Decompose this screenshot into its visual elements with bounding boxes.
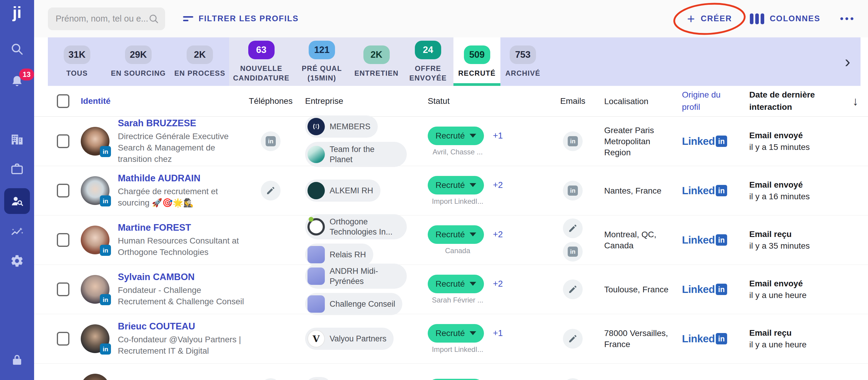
company-pill[interactable]: Relais RH: [305, 243, 373, 266]
linkedin-logo: Linked in: [682, 234, 746, 246]
status-extra-count[interactable]: +1: [493, 131, 503, 141]
tab-count-badge: 753: [510, 46, 536, 64]
person-search-icon: [10, 194, 24, 208]
caret-down-icon: [470, 183, 476, 187]
header-origin[interactable]: Origine du profil: [682, 89, 727, 113]
status-extra-count[interactable]: +2: [493, 279, 503, 289]
status-dropdown[interactable]: Recruté: [428, 324, 484, 343]
company-logo-orthogone: [308, 218, 325, 235]
edit-icon[interactable]: [563, 280, 583, 299]
candidate-name[interactable]: Sarah BRUZZESE: [118, 118, 246, 129]
sidebar-item-candidates-active[interactable]: [4, 188, 30, 214]
status-dropdown[interactable]: Recruté: [428, 176, 484, 195]
header-last-interaction[interactable]: Date de dernière interaction: [749, 89, 827, 113]
tab-archive[interactable]: 753 ARCHIVÉ: [500, 37, 545, 86]
edit-icon[interactable]: [261, 181, 281, 201]
jobs-icon[interactable]: [10, 162, 24, 176]
tab-offre-envoyee[interactable]: 24 OFFRE ENVOYÉE: [403, 37, 454, 86]
filter-profiles-button[interactable]: FILTRER LES PROFILS: [183, 14, 299, 23]
status-dropdown[interactable]: Recruté: [428, 379, 484, 380]
interaction-time: il y a 15 minutes: [749, 142, 845, 152]
candidate-name[interactable]: Sylvain CAMBON: [118, 272, 246, 283]
linkedin-grey-icon[interactable]: in: [563, 181, 583, 201]
columns-button[interactable]: COLONNES: [750, 13, 820, 24]
analytics-icon[interactable]: [10, 225, 24, 239]
tab-tous[interactable]: 31K TOUS: [48, 37, 106, 86]
company-pill[interactable]: Orthogone Technologies In...: [305, 214, 407, 239]
tab-count-badge: 24: [415, 41, 441, 59]
status-dropdown[interactable]: Recruté: [428, 225, 484, 244]
row-checkbox[interactable]: [57, 134, 69, 148]
avatar[interactable]: in: [81, 275, 110, 304]
company-pill[interactable]: V: [305, 377, 332, 380]
chevron-right-icon[interactable]: ›: [845, 53, 850, 70]
header-emails[interactable]: Emails: [560, 96, 585, 106]
tab-entretien[interactable]: 2K ENTRETIEN: [350, 37, 403, 86]
search-input[interactable]: [56, 14, 148, 24]
header-location[interactable]: Localisation: [604, 96, 673, 107]
app-logo[interactable]: ji: [12, 4, 22, 21]
search-box[interactable]: [48, 7, 165, 30]
table-row: in Brieuc COUTEAU Co-fondateur @Valyou P…: [34, 314, 868, 363]
avatar[interactable]: in: [81, 374, 110, 380]
header-company[interactable]: Entreprise: [305, 96, 343, 106]
settings-gear-icon[interactable]: [10, 254, 24, 268]
pipeline-tabstrip: 31K TOUS 29K EN SOURCING 2K EN PROCESS 6…: [48, 37, 861, 86]
location-text: Toulouse, France: [604, 284, 673, 295]
linkedin-grey-icon[interactable]: in: [563, 131, 583, 151]
status-extra-count[interactable]: +2: [493, 230, 503, 239]
company-pill[interactable]: ANDRH Midi-Pyrénées: [305, 264, 407, 289]
candidate-name[interactable]: Martine FOREST: [118, 222, 246, 233]
row-checkbox[interactable]: [57, 332, 69, 346]
more-options-icon[interactable]: •••: [840, 13, 856, 24]
status-dropdown[interactable]: Recruté: [428, 126, 484, 145]
header-identity[interactable]: Identité: [81, 96, 111, 106]
tab-nouvelle-candidature[interactable]: 63 NOUVELLE CANDIDATURE: [229, 37, 293, 86]
header-phones[interactable]: Téléphones: [249, 96, 292, 106]
edit-icon[interactable]: [563, 329, 583, 349]
tab-en-sourcing[interactable]: 29K EN SOURCING: [106, 37, 170, 86]
row-checkbox[interactable]: [57, 283, 69, 296]
avatar[interactable]: in: [81, 176, 110, 205]
status-extra-count[interactable]: +2: [493, 180, 503, 190]
sort-desc-icon[interactable]: ↓: [852, 94, 859, 108]
candidate-headline: Human Resources Consultant at Orthogone …: [118, 235, 246, 258]
tab-count-badge: 2K: [187, 46, 213, 64]
company-pill[interactable]: Team for the Planet: [305, 142, 407, 167]
notifications-item[interactable]: 13: [10, 75, 24, 88]
lock-icon[interactable]: [10, 353, 24, 367]
main-panel: FILTRER LES PROFILS + CRÉER COLONNES •••: [34, 0, 868, 380]
candidate-name[interactable]: Mathilde AUDRAIN: [118, 173, 246, 184]
table-row: in Mathilde AUDRAIN Chargée de recruteme…: [34, 166, 868, 215]
status-subtext: Import LinkedI...: [428, 197, 488, 206]
status-dropdown[interactable]: Recruté: [428, 275, 484, 293]
status-subtext: Canada: [428, 246, 488, 255]
phone-icon[interactable]: [261, 378, 281, 380]
interaction-type: Email reçu: [749, 230, 845, 239]
status-extra-count[interactable]: +1: [493, 328, 503, 338]
edit-icon[interactable]: [563, 378, 583, 380]
tab-recrute-selected[interactable]: 509 RECRUTÉ: [454, 37, 500, 86]
search-icon[interactable]: [10, 42, 24, 56]
company-logo-members: [308, 118, 325, 135]
status-subtext: Sarah Février ...: [428, 296, 488, 304]
row-checkbox[interactable]: [57, 233, 69, 247]
edit-icon[interactable]: [563, 218, 583, 238]
companies-icon[interactable]: [10, 133, 24, 146]
tab-en-process[interactable]: 2K EN PROCESS: [170, 37, 229, 86]
select-all-checkbox[interactable]: [57, 94, 69, 108]
create-button[interactable]: + CRÉER: [687, 13, 732, 25]
company-pill[interactable]: MEMBERS: [305, 116, 378, 138]
row-checkbox[interactable]: [57, 184, 69, 198]
linkedin-grey-icon[interactable]: in: [261, 131, 281, 151]
avatar[interactable]: in: [81, 324, 110, 353]
linkedin-grey-icon[interactable]: in: [563, 242, 583, 262]
candidate-name[interactable]: Brieuc COUTEAU: [118, 321, 246, 332]
company-pill[interactable]: Challenge Conseil: [305, 293, 402, 315]
avatar[interactable]: in: [81, 226, 110, 254]
header-status[interactable]: Statut: [428, 96, 450, 106]
avatar[interactable]: in: [81, 127, 110, 155]
company-pill[interactable]: ALKEMI RH: [305, 179, 380, 202]
company-pill[interactable]: V Valyou Partners: [305, 328, 394, 350]
tab-pre-qual[interactable]: 121 PRÉ QUAL (15MIN): [293, 37, 350, 86]
